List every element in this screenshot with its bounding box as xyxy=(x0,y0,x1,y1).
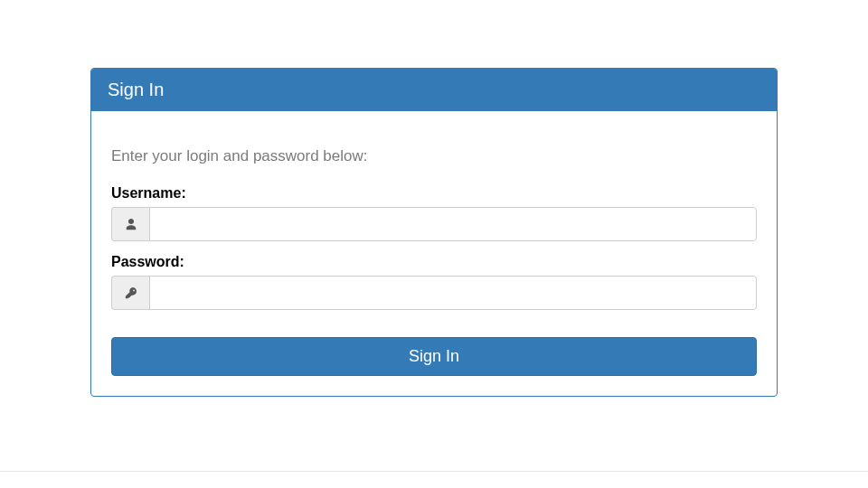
footer-divider xyxy=(0,471,868,472)
sign-in-button[interactable]: Sign In xyxy=(111,337,757,376)
username-input-group xyxy=(111,207,757,241)
username-field[interactable] xyxy=(149,207,757,241)
instructions-text: Enter your login and password below: xyxy=(111,147,757,165)
panel-heading: Sign In xyxy=(91,69,777,111)
username-label: Username: xyxy=(111,185,757,202)
sign-in-panel: Sign In Enter your login and password be… xyxy=(90,68,778,397)
password-field[interactable] xyxy=(149,276,757,310)
key-icon xyxy=(111,276,149,310)
user-icon xyxy=(111,207,149,241)
password-label: Password: xyxy=(111,254,757,270)
password-input-group xyxy=(111,276,757,310)
panel-body: Enter your login and password below: Use… xyxy=(91,111,777,396)
